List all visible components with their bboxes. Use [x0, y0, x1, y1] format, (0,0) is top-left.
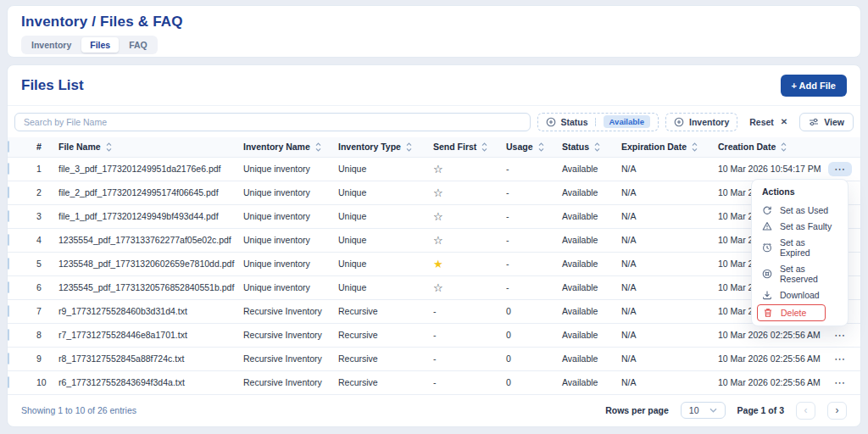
next-page-button[interactable]: ›	[827, 402, 847, 420]
row-checkbox[interactable]	[8, 163, 9, 175]
row-checkbox[interactable]	[8, 305, 9, 317]
status-filter-value-badge[interactable]: Available	[604, 115, 650, 128]
search-input[interactable]	[14, 113, 531, 131]
rows-per-page-select[interactable]: 10	[681, 402, 726, 419]
sort-icon[interactable]	[692, 142, 698, 152]
row-checkbox[interactable]	[8, 353, 9, 364]
column-header-status[interactable]: Status	[557, 142, 616, 152]
file-name-cell: 1235548_pdf_17731320602659e7810dd.pdf	[53, 259, 238, 269]
usage-cell: 0	[501, 306, 557, 316]
row-checkbox[interactable]	[8, 329, 9, 341]
tab-faq[interactable]: FAQ	[120, 37, 156, 53]
select-all-checkbox[interactable]	[8, 141, 9, 153]
row-checkbox[interactable]	[8, 281, 9, 293]
inventory-type-cell: Unique	[333, 235, 428, 245]
inventory-name-cell: Unique inventory	[238, 259, 333, 269]
row-actions-button[interactable]: ⋯	[828, 162, 852, 176]
column-header-expiration-date[interactable]: Expiration Date	[616, 142, 713, 152]
row-actions-button[interactable]: ⋯	[828, 352, 852, 366]
menu-item-set-as-faulty[interactable]: Set as Faulty	[752, 218, 848, 234]
inventory-type-cell: Recursive	[333, 377, 428, 387]
send-first-empty: -	[433, 330, 437, 340]
expiration-date-cell: N/A	[616, 353, 713, 364]
send-first-star-icon[interactable]: ☆	[433, 211, 443, 222]
send-first-empty: -	[433, 353, 437, 364]
table-row: 7r9_17731275528460b3d31d4.txtRecursive I…	[8, 300, 860, 324]
file-name-cell: r6_1773127552843694f3d4a.txt	[53, 377, 238, 387]
creation-date-cell: 10 Mar 2026 02:25:56 AM	[713, 353, 828, 364]
row-checkbox[interactable]	[8, 210, 9, 222]
column-header-send-first[interactable]: Send First	[428, 142, 501, 152]
sort-icon[interactable]	[106, 142, 112, 152]
menu-item-set-as-expired[interactable]: Set as Expired	[752, 234, 848, 260]
expiration-date-cell: N/A	[616, 377, 713, 387]
menu-item-download[interactable]: Download	[752, 287, 848, 303]
column-header-creation-date[interactable]: Creation Date	[713, 142, 828, 152]
table-footer: Showing 1 to 10 of 26 entries Rows per p…	[8, 395, 860, 426]
filter-divider	[595, 118, 596, 126]
page-indicator: Page 1 of 3	[737, 405, 784, 415]
inventory-type-cell: Unique	[333, 211, 428, 221]
tab-inventory[interactable]: Inventory	[23, 37, 80, 53]
menu-item-set-as-used[interactable]: Set as Used	[752, 202, 848, 218]
column-header-inventory-type[interactable]: Inventory Type	[333, 142, 428, 152]
row-checkbox[interactable]	[8, 258, 9, 270]
send-first-star-icon[interactable]: ★	[433, 259, 443, 270]
tab-bar: InventoryFilesFAQ	[21, 36, 158, 54]
menu-item-delete[interactable]: Delete	[757, 304, 826, 321]
add-file-button[interactable]: + Add File	[781, 75, 847, 97]
close-icon: ✕	[781, 117, 787, 126]
status-cell: Available	[557, 282, 616, 292]
previous-page-button[interactable]: ‹	[796, 402, 815, 420]
view-label: View	[824, 117, 844, 127]
refresh-icon	[762, 205, 772, 215]
reset-filters-button[interactable]: Reset ✕	[744, 117, 793, 127]
file-name-cell: 1235545_pdf_17731320576852840551b.pdf	[53, 282, 238, 292]
table-row: 3file_1_pdf_1773201249949bf493d44.pdfUni…	[8, 205, 860, 229]
status-cell: Available	[557, 377, 616, 387]
usage-cell: -	[501, 211, 557, 221]
status-cell: Available	[557, 211, 616, 221]
reserved-icon	[762, 269, 772, 279]
status-cell: Available	[557, 306, 616, 316]
expiration-date-cell: N/A	[616, 211, 713, 221]
plus-circle-icon	[674, 117, 684, 127]
inventory-type-cell: Recursive	[333, 353, 428, 364]
sort-icon[interactable]	[481, 142, 487, 152]
sort-icon[interactable]	[594, 142, 600, 152]
send-first-star-icon[interactable]: ☆	[433, 282, 443, 293]
sort-icon[interactable]	[315, 142, 321, 152]
row-number: 4	[31, 235, 53, 245]
column-header-file-name[interactable]: File Name	[53, 142, 238, 152]
table-body: 1file_3_pdf_1773201249951da2176e6.pdfUni…	[8, 158, 860, 395]
inventory-type-cell: Unique	[333, 164, 428, 174]
menu-item-set-as-reserved[interactable]: Set as Reserved	[752, 260, 848, 287]
status-cell: Available	[557, 330, 616, 340]
download-icon	[762, 290, 772, 300]
status-cell: Available	[557, 187, 616, 198]
table-row: 1file_3_pdf_1773201249951da2176e6.pdfUni…	[8, 158, 860, 181]
file-name-cell: r9_17731275528460b3d31d4.txt	[53, 306, 238, 316]
status-filter-button[interactable]: Status Available	[537, 113, 659, 131]
inventory-filter-button[interactable]: Inventory	[665, 113, 737, 131]
row-checkbox[interactable]	[8, 376, 9, 388]
expiration-date-cell: N/A	[616, 330, 713, 340]
warning-icon	[762, 221, 772, 231]
column-header-usage[interactable]: Usage	[501, 142, 557, 152]
send-first-star-icon[interactable]: ☆	[433, 235, 443, 246]
view-columns-button[interactable]: View	[799, 113, 854, 131]
sort-icon[interactable]	[538, 142, 544, 152]
row-actions-button[interactable]: ⋯	[828, 376, 852, 390]
sort-icon[interactable]	[781, 142, 787, 152]
table-header-row: #File NameInventory NameInventory TypeSe…	[8, 137, 860, 158]
row-checkbox[interactable]	[8, 186, 9, 198]
sort-icon[interactable]	[406, 142, 412, 152]
send-first-star-icon[interactable]: ☆	[433, 187, 443, 198]
send-first-star-icon[interactable]: ☆	[433, 164, 443, 175]
tab-files[interactable]: Files	[81, 37, 119, 53]
row-actions-button[interactable]: ⋯	[828, 328, 852, 342]
send-first-empty: -	[433, 377, 437, 387]
row-checkbox[interactable]	[8, 234, 9, 246]
table-row: 51235548_pdf_17731320602659e7810dd.pdfUn…	[8, 253, 860, 276]
column-header-inventory-name[interactable]: Inventory Name	[238, 142, 333, 152]
